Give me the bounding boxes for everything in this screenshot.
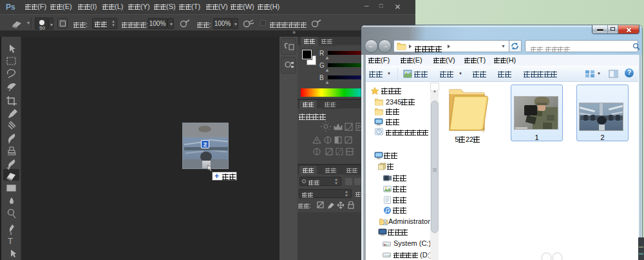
svg-text:T: T <box>8 236 13 246</box>
